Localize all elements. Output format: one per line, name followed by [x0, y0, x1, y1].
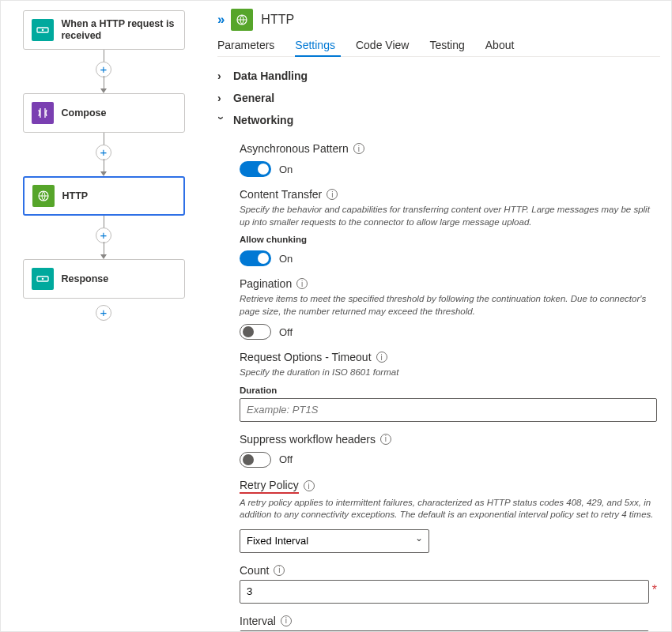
settings-panel: ›› HTTP Parameters Settings Code View Te… — [206, 1, 671, 631]
chevron-down-icon: › — [215, 116, 228, 124]
add-step-button[interactable]: + — [96, 62, 111, 77]
section-label: Networking — [233, 114, 293, 126]
networking-content: Asynchronous Pattern i On Content Transf… — [217, 142, 660, 631]
required-indicator: * — [652, 583, 657, 597]
interval-label: Interval — [240, 615, 276, 627]
panel-title: HTTP — [261, 13, 294, 27]
tab-testing[interactable]: Testing — [429, 39, 464, 51]
suppress-headers-label: Suppress workflow headers — [240, 433, 376, 446]
content-transfer-label: Content Transfer — [240, 188, 322, 201]
info-icon[interactable]: i — [296, 278, 308, 289]
allow-chunking-toggle[interactable] — [240, 250, 271, 266]
tab-parameters[interactable]: Parameters — [217, 39, 274, 51]
svg-point-4 — [41, 278, 43, 280]
pagination-label: Pagination — [240, 277, 292, 290]
info-icon[interactable]: i — [304, 480, 315, 491]
flow-node-label: HTTP — [62, 190, 89, 202]
add-step-button[interactable]: + — [96, 305, 111, 321]
flow-node-compose[interactable]: Compose — [23, 93, 185, 133]
flow-node-label: When a HTTP request is received — [62, 18, 176, 42]
flow-node-http[interactable]: HTTP — [23, 176, 185, 216]
section-data-handling[interactable]: › Data Handling — [217, 65, 660, 87]
tab-codeview[interactable]: Code View — [356, 39, 409, 51]
retry-count-input[interactable] — [240, 580, 649, 604]
collapse-panel-icon[interactable]: ›› — [217, 12, 223, 28]
toggle-state: Off — [279, 326, 293, 338]
pagination-desc: Retrieve items to meet the specified thr… — [240, 293, 657, 318]
info-icon[interactable]: i — [380, 434, 391, 445]
retry-policy-label: Retry Policy — [240, 479, 299, 494]
async-pattern-toggle[interactable] — [240, 161, 271, 177]
http-icon — [32, 185, 55, 207]
retry-policy-select[interactable] — [240, 529, 429, 553]
flow-node-label: Response — [62, 273, 109, 285]
timeout-desc: Specify the duration in ISO 8601 format — [240, 367, 657, 379]
info-icon[interactable]: i — [281, 615, 292, 626]
tabs: Parameters Settings Code View Testing Ab… — [217, 39, 660, 57]
pagination-toggle[interactable] — [240, 324, 271, 340]
section-label: Data Handling — [233, 70, 308, 82]
toggle-state: Off — [279, 453, 293, 465]
svg-point-1 — [41, 29, 43, 32]
response-icon — [32, 268, 54, 290]
content-transfer-desc: Specify the behavior and capabilities fo… — [240, 204, 657, 228]
tab-about[interactable]: About — [485, 39, 515, 51]
toggle-state: On — [279, 164, 293, 175]
timeout-label: Request Options - Timeout — [240, 351, 372, 363]
add-step-button[interactable]: + — [96, 228, 111, 243]
retry-policy-desc: A retry policy applies to intermittent f… — [240, 497, 657, 521]
chevron-right-icon: › — [217, 92, 225, 104]
workflow-canvas: When a HTTP request is received + Compos… — [1, 1, 206, 631]
info-icon[interactable]: i — [353, 143, 364, 154]
flow-node-label: Compose — [62, 107, 107, 119]
allow-chunking-label: Allow chunking — [240, 235, 657, 244]
info-icon[interactable]: i — [376, 352, 387, 363]
flow-node-response[interactable]: Response — [23, 259, 185, 299]
retry-interval-input[interactable] — [240, 630, 649, 631]
toggle-state: On — [279, 253, 293, 265]
tab-settings[interactable]: Settings — [295, 39, 335, 51]
section-general[interactable]: › General — [217, 87, 660, 109]
panel-header: ›› HTTP — [217, 7, 660, 39]
info-icon[interactable]: i — [327, 189, 338, 200]
count-label: Count — [240, 564, 269, 577]
async-pattern-label: Asynchronous Pattern — [240, 142, 349, 155]
section-label: General — [233, 92, 274, 104]
add-step-button[interactable]: + — [96, 145, 111, 160]
duration-label: Duration — [240, 386, 657, 395]
http-icon — [231, 9, 253, 31]
info-icon[interactable]: i — [274, 565, 285, 576]
chevron-right-icon: › — [217, 70, 225, 82]
flow-node-trigger[interactable]: When a HTTP request is received — [23, 10, 185, 50]
http-request-icon — [32, 19, 54, 41]
compose-icon — [32, 102, 54, 124]
flow-column: When a HTTP request is received + Compos… — [15, 10, 192, 319]
duration-input[interactable] — [240, 398, 657, 422]
suppress-headers-toggle[interactable] — [240, 452, 271, 468]
section-networking[interactable]: › Networking — [217, 109, 660, 131]
